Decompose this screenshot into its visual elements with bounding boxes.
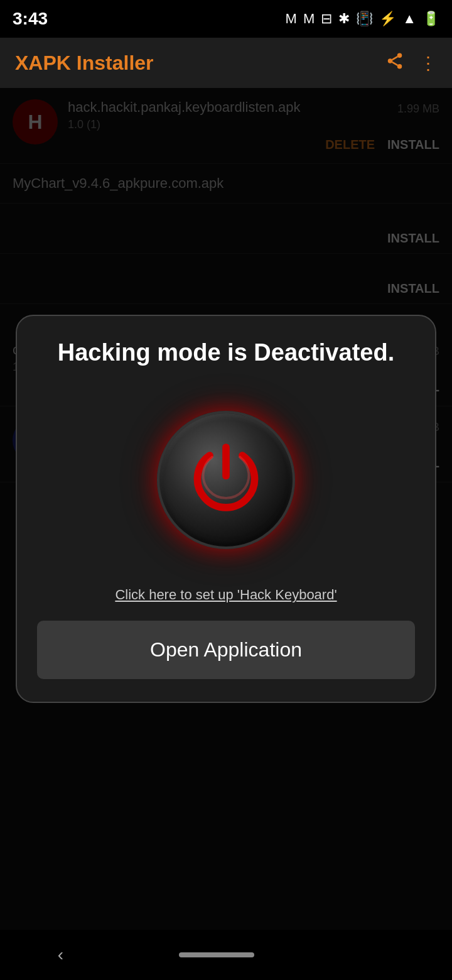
power-symbol-icon bbox=[185, 439, 267, 521]
status-time: 3:43 bbox=[13, 9, 48, 29]
app-list: H hack.hackit.pankaj.keyboardlisten.apk … bbox=[0, 88, 452, 930]
svg-point-2 bbox=[397, 64, 402, 69]
top-bar: XAPK Installer ⋮ bbox=[0, 38, 452, 88]
gmail2-icon: M bbox=[303, 11, 315, 27]
battery-icon: 🔋 bbox=[422, 11, 439, 27]
nav-bar: ‹ bbox=[0, 930, 452, 980]
modal-title: Hacking mode is Deactivated. bbox=[58, 339, 394, 368]
home-indicator[interactable] bbox=[179, 952, 254, 957]
signal-icon: ▲ bbox=[402, 11, 416, 27]
modal-overlay: Hacking mode is Deactivated. bbox=[0, 88, 452, 930]
modal-dialog: Hacking mode is Deactivated. bbox=[16, 315, 436, 704]
status-bar: 3:43 M M ⊟ ✱ 📳 ⚡ ▲ 🔋 bbox=[0, 0, 452, 38]
app-title: XAPK Installer bbox=[15, 52, 154, 75]
setup-keyboard-link[interactable]: Click here to set up 'Hack Keyboard' bbox=[115, 587, 336, 603]
gmail-icon: M bbox=[286, 11, 297, 27]
bluetooth-icon: ✱ bbox=[338, 11, 350, 27]
top-bar-actions: ⋮ bbox=[385, 52, 437, 75]
svg-line-4 bbox=[392, 57, 398, 60]
svg-point-1 bbox=[388, 58, 393, 63]
more-vert-icon[interactable]: ⋮ bbox=[419, 53, 437, 74]
vibrate-icon: 📳 bbox=[356, 11, 373, 27]
open-application-button[interactable]: Open Application bbox=[37, 621, 415, 679]
status-icons: M M ⊟ ✱ 📳 ⚡ ▲ 🔋 bbox=[286, 11, 439, 27]
svg-line-3 bbox=[392, 62, 398, 65]
power-button[interactable] bbox=[157, 411, 295, 549]
screenshot-icon: ⊟ bbox=[321, 11, 332, 27]
charging-icon: ⚡ bbox=[379, 11, 396, 27]
svg-point-0 bbox=[397, 53, 402, 58]
power-button-container[interactable] bbox=[132, 386, 320, 574]
share-icon[interactable] bbox=[385, 52, 404, 75]
back-button[interactable]: ‹ bbox=[58, 945, 63, 965]
